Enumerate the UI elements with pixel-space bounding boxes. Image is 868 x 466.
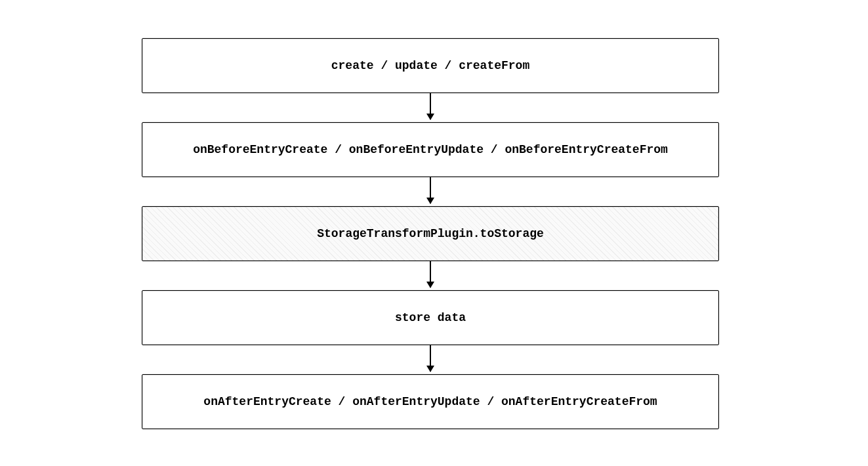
flow-arrow-4	[430, 345, 431, 371]
flow-arrow-3	[430, 261, 431, 287]
flow-box-5: onAfterEntryCreate / onAfterEntryUpdate …	[142, 374, 719, 429]
flow-arrow-2	[430, 177, 431, 203]
flow-diagram: create / update / createFrom onBeforeEnt…	[0, 0, 868, 466]
flow-box-1-label: create / update / createFrom	[331, 59, 529, 72]
flow-box-5-label: onAfterEntryCreate / onAfterEntryUpdate …	[203, 395, 657, 408]
flow-box-4-label: store data	[395, 311, 466, 324]
flow-box-2-label: onBeforeEntryCreate / onBeforeEntryUpdat…	[193, 143, 668, 156]
flow-box-3: StorageTransformPlugin.toStorage	[142, 206, 719, 261]
flow-box-3-label: StorageTransformPlugin.toStorage	[317, 227, 544, 240]
flow-box-2: onBeforeEntryCreate / onBeforeEntryUpdat…	[142, 122, 719, 177]
flow-box-1: create / update / createFrom	[142, 38, 719, 93]
flow-arrow-1	[430, 93, 431, 119]
flow-box-4: store data	[142, 290, 719, 345]
